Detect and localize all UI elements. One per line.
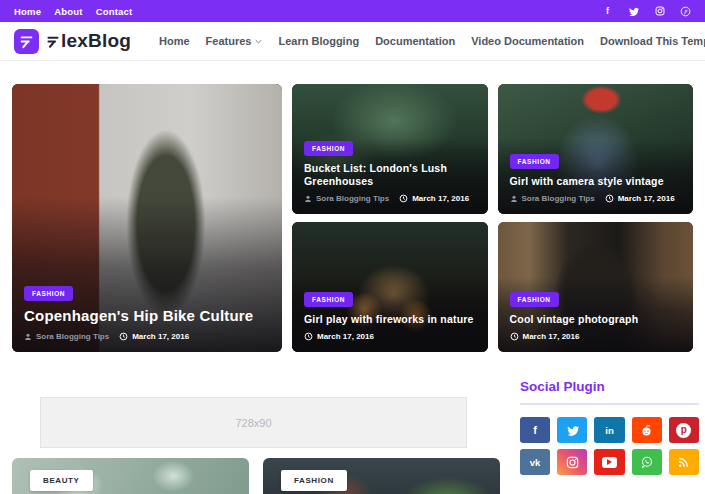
clock-icon — [399, 194, 408, 203]
menu-item-learn-blogging[interactable]: Learn Blogging — [270, 35, 367, 47]
topbar: Home About Contact f — [0, 0, 705, 22]
post-date: March 17, 2016 — [304, 332, 374, 341]
category-badge[interactable]: FASHION — [304, 141, 353, 156]
topbar-link-contact[interactable]: Contact — [96, 6, 133, 17]
ad-placeholder[interactable]: 728x90 — [40, 397, 467, 448]
social-plugin-grid: f in p vk — [520, 417, 699, 475]
menu-item-download-template[interactable]: Download This Template — [592, 35, 705, 47]
youtube-icon — [602, 457, 617, 468]
chevron-down-icon — [255, 39, 262, 44]
person-icon — [510, 195, 518, 203]
brand-logo[interactable]: lexBlog — [14, 29, 131, 54]
youtube-button[interactable] — [594, 449, 624, 475]
brand-glyph-icon — [14, 29, 39, 54]
section-label-beauty[interactable]: BEAUTY — [30, 470, 93, 491]
whatsapp-button[interactable] — [632, 449, 662, 475]
social-plugin-heading: Social Plugin — [520, 379, 699, 405]
post-date: March 17, 2016 — [605, 194, 675, 203]
twitter-button[interactable] — [557, 417, 587, 443]
post-card-camera-girl[interactable]: FASHION Girl with camera style vintage S… — [498, 84, 694, 214]
post-author: Sora Blogging Tips — [24, 332, 109, 341]
topbar-social: f — [602, 6, 691, 17]
post-date: March 17, 2016 — [510, 332, 580, 341]
sidebar: Social Plugin f in p vk — [520, 379, 699, 475]
facebook-icon[interactable]: f — [602, 6, 613, 17]
instagram-icon — [566, 456, 579, 469]
rss-button[interactable] — [669, 449, 699, 475]
rss-icon — [677, 456, 690, 469]
person-icon — [24, 333, 32, 341]
instagram-button[interactable] — [557, 449, 587, 475]
section-card-fashion[interactable]: FASHION — [263, 458, 500, 494]
ad-placeholder-label: 728x90 — [235, 417, 271, 429]
twitter-icon[interactable] — [628, 6, 639, 17]
section-card-beauty[interactable]: BEAUTY — [12, 458, 249, 494]
clock-icon — [304, 332, 313, 341]
post-author: Sora Blogging Tips — [304, 194, 389, 203]
pinterest-icon[interactable] — [680, 6, 691, 17]
page: Home About Contact f lexBlog — [0, 0, 705, 494]
post-title[interactable]: Bucket List: London's Lush Greenhouses — [304, 162, 476, 188]
post-date: March 17, 2016 — [119, 332, 189, 341]
vk-button[interactable]: vk — [520, 449, 550, 475]
post-title[interactable]: Girl with camera style vintage — [510, 175, 682, 188]
clock-icon — [119, 332, 128, 341]
menu-item-documentation[interactable]: Documentation — [367, 35, 463, 47]
clock-icon — [605, 194, 614, 203]
menu-item-features[interactable]: Features — [198, 35, 271, 47]
post-title[interactable]: Copenhagen's Hip Bike Culture — [24, 307, 270, 325]
section-label-fashion[interactable]: FASHION — [281, 470, 347, 491]
linkedin-button[interactable]: in — [594, 417, 624, 443]
reddit-button[interactable] — [632, 417, 662, 443]
whatsapp-icon — [640, 455, 654, 469]
post-date: March 17, 2016 — [399, 194, 469, 203]
category-badge[interactable]: FASHION — [304, 292, 353, 307]
twitter-icon — [566, 424, 579, 437]
category-badge[interactable]: FASHION — [510, 292, 559, 307]
pinterest-icon: p — [676, 423, 691, 438]
post-title[interactable]: Cool vintage photograph — [510, 313, 682, 326]
reddit-icon — [639, 423, 654, 438]
menu-item-home[interactable]: Home — [151, 35, 198, 47]
menu-item-video-documentation[interactable]: Video Documentation — [463, 35, 592, 47]
post-author: Sora Blogging Tips — [510, 194, 595, 203]
category-badge[interactable]: FASHION — [510, 154, 559, 169]
post-card-bike[interactable]: FASHION Copenhagen's Hip Bike Culture So… — [12, 84, 282, 352]
main-menu: Home Features Learn Blogging Documentati… — [151, 35, 705, 47]
post-card-fireworks[interactable]: FASHION Girl play with fireworks in natu… — [292, 222, 488, 352]
navbar: lexBlog Home Features Learn Blogging Doc… — [0, 22, 705, 61]
category-badge[interactable]: FASHION — [24, 286, 73, 301]
brand-name: lexBlog — [46, 30, 131, 52]
pinterest-button[interactable]: p — [669, 417, 699, 443]
instagram-icon[interactable] — [654, 6, 665, 17]
post-card-greenhouses[interactable]: FASHION Bucket List: London's Lush Green… — [292, 84, 488, 214]
clock-icon — [510, 332, 519, 341]
featured-posts: FASHION Copenhagen's Hip Bike Culture So… — [12, 84, 693, 352]
post-title[interactable]: Girl play with fireworks in nature — [304, 313, 476, 326]
topbar-link-about[interactable]: About — [54, 6, 82, 17]
topbar-link-home[interactable]: Home — [14, 6, 41, 17]
facebook-button[interactable]: f — [520, 417, 550, 443]
person-icon — [304, 195, 312, 203]
post-card-vintage[interactable]: FASHION Cool vintage photograph March 17… — [498, 222, 694, 352]
